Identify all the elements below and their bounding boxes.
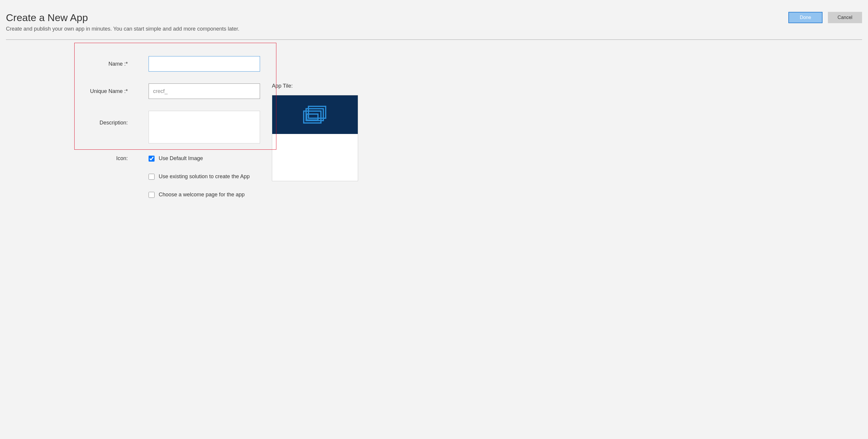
header: Create a New App Create and publish your… bbox=[6, 6, 862, 36]
choose-welcome-page-checkbox[interactable] bbox=[149, 192, 155, 198]
done-button[interactable]: Done bbox=[788, 12, 823, 23]
unique-name-input[interactable] bbox=[149, 84, 260, 99]
header-divider bbox=[6, 39, 862, 40]
form-area: Name :* Unique Name :* Description: Icon… bbox=[6, 43, 260, 210]
use-default-image-checkbox[interactable] bbox=[149, 156, 155, 162]
choose-welcome-page-label: Choose a welcome page for the app bbox=[159, 192, 245, 198]
app-tile-label: App Tile: bbox=[272, 83, 358, 89]
use-existing-solution-checkbox[interactable] bbox=[149, 174, 155, 180]
page-subtitle: Create and publish your own app in minut… bbox=[6, 26, 788, 32]
page-title: Create a New App bbox=[6, 12, 788, 24]
cancel-button[interactable]: Cancel bbox=[828, 12, 862, 23]
name-input[interactable] bbox=[149, 56, 260, 71]
description-label: Description: bbox=[6, 111, 149, 126]
app-tile-preview bbox=[272, 95, 358, 181]
description-textarea[interactable] bbox=[149, 111, 260, 144]
header-buttons: Done Cancel bbox=[788, 12, 862, 23]
name-label: Name :* bbox=[6, 61, 149, 67]
use-existing-solution-label: Use existing solution to create the App bbox=[159, 174, 250, 180]
app-tile-header bbox=[272, 95, 358, 134]
app-tile-icon bbox=[303, 105, 327, 124]
use-default-image-label: Use Default Image bbox=[159, 155, 203, 162]
icon-label: Icon: bbox=[6, 155, 149, 162]
unique-name-label: Unique Name :* bbox=[6, 88, 149, 94]
